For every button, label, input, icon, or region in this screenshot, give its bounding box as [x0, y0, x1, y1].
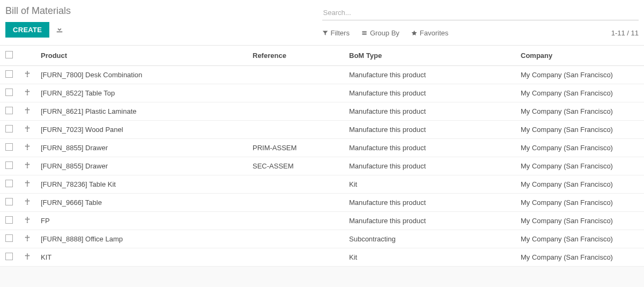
- download-icon[interactable]: [56, 25, 63, 34]
- filters-label: Filters: [331, 29, 350, 37]
- cell-company: My Company (San Francisco): [516, 248, 644, 267]
- cell-reference: PRIM-ASSEM: [248, 139, 345, 157]
- drag-handle-icon[interactable]: [24, 126, 31, 132]
- cell-bomtype: Manufacture this product: [345, 139, 516, 157]
- row-checkbox[interactable]: [5, 234, 13, 242]
- table-row[interactable]: FPManufacture this productMy Company (Sa…: [0, 212, 644, 230]
- table-row[interactable]: [FURN_8855] DrawerSEC-ASSEMManufacture t…: [0, 157, 644, 175]
- col-company[interactable]: Company: [516, 46, 644, 66]
- drag-handle-icon[interactable]: [24, 253, 31, 260]
- favorites-button[interactable]: Favorites: [411, 29, 448, 37]
- drag-handle-icon[interactable]: [24, 107, 31, 114]
- cell-company: My Company (San Francisco): [516, 194, 644, 212]
- pager[interactable]: 1-11 / 11: [611, 29, 639, 37]
- cell-company: My Company (San Francisco): [516, 175, 644, 194]
- row-checkbox[interactable]: [5, 253, 13, 260]
- table-row[interactable]: KITKitMy Company (San Francisco): [0, 248, 644, 267]
- cell-product: KIT: [36, 248, 248, 267]
- drag-handle-icon[interactable]: [24, 71, 31, 77]
- cell-bomtype: Manufacture this product: [345, 212, 516, 230]
- cell-product: [FURN_9666] Table: [36, 194, 248, 212]
- cell-reference: [248, 248, 345, 267]
- row-checkbox[interactable]: [5, 125, 13, 133]
- cell-product: FP: [36, 212, 248, 230]
- cell-company: My Company (San Francisco): [516, 139, 644, 157]
- cell-reference: [248, 102, 345, 121]
- drag-handle-icon[interactable]: [24, 180, 31, 187]
- drag-handle-icon[interactable]: [24, 235, 31, 241]
- cell-company: My Company (San Francisco): [516, 66, 644, 84]
- row-checkbox[interactable]: [5, 143, 13, 151]
- row-checkbox[interactable]: [5, 161, 13, 169]
- cell-company: My Company (San Francisco): [516, 157, 644, 175]
- cell-reference: SEC-ASSEM: [248, 157, 345, 175]
- cell-bomtype: Manufacture this product: [345, 66, 516, 84]
- row-checkbox[interactable]: [5, 198, 13, 205]
- row-checkbox[interactable]: [5, 107, 13, 114]
- row-checkbox[interactable]: [5, 216, 13, 224]
- cell-reference: [248, 84, 345, 102]
- row-checkbox[interactable]: [5, 89, 13, 96]
- cell-product: [FURN_78236] Table Kit: [36, 175, 248, 194]
- cell-bomtype: Manufacture this product: [345, 84, 516, 102]
- create-button[interactable]: CREATE: [5, 22, 49, 38]
- cell-product: [FURN_8855] Drawer: [36, 139, 248, 157]
- col-product[interactable]: Product: [36, 46, 248, 66]
- cell-bomtype: Kit: [345, 248, 516, 267]
- cell-product: [FURN_8888] Office Lamp: [36, 230, 248, 248]
- bom-table: Product Reference BoM Type Company [FURN…: [0, 46, 644, 267]
- cell-reference: [248, 121, 345, 139]
- table-row[interactable]: [FURN_8621] Plastic LaminateManufacture …: [0, 102, 644, 121]
- cell-bomtype: Manufacture this product: [345, 121, 516, 139]
- cell-company: My Company (San Francisco): [516, 102, 644, 121]
- groupby-label: Group By: [370, 29, 399, 37]
- table-row[interactable]: [FURN_7800] Desk CombinationManufacture …: [0, 66, 644, 84]
- cell-bomtype: Manufacture this product: [345, 194, 516, 212]
- cell-reference: [248, 66, 345, 84]
- search-input[interactable]: [322, 5, 639, 20]
- page-title: Bill of Materials: [5, 5, 322, 17]
- table-row[interactable]: [FURN_78236] Table KitKitMy Company (San…: [0, 175, 644, 194]
- drag-handle-icon[interactable]: [24, 144, 31, 150]
- cell-reference: [248, 194, 345, 212]
- cell-company: My Company (San Francisco): [516, 230, 644, 248]
- cell-company: My Company (San Francisco): [516, 212, 644, 230]
- cell-product: [FURN_7800] Desk Combination: [36, 66, 248, 84]
- col-bomtype[interactable]: BoM Type: [345, 46, 516, 66]
- table-row[interactable]: [FURN_9666] TableManufacture this produc…: [0, 194, 644, 212]
- cell-reference: [248, 230, 345, 248]
- cell-company: My Company (San Francisco): [516, 84, 644, 102]
- cell-bomtype: Kit: [345, 175, 516, 194]
- row-checkbox[interactable]: [5, 180, 13, 187]
- groupby-button[interactable]: Group By: [361, 29, 399, 37]
- cell-bomtype: Manufacture this product: [345, 102, 516, 121]
- cell-bomtype: Subcontracting: [345, 230, 516, 248]
- table-row[interactable]: [FURN_8888] Office LampSubcontractingMy …: [0, 230, 644, 248]
- filters-button[interactable]: Filters: [322, 29, 350, 37]
- col-reference[interactable]: Reference: [248, 46, 345, 66]
- table-row[interactable]: [FURN_8522] Table TopManufacture this pr…: [0, 84, 644, 102]
- cell-reference: [248, 212, 345, 230]
- cell-product: [FURN_8621] Plastic Laminate: [36, 102, 248, 121]
- cell-product: [FURN_8855] Drawer: [36, 157, 248, 175]
- favorites-label: Favorites: [420, 29, 448, 37]
- footer-spacer: [0, 267, 644, 287]
- cell-company: My Company (San Francisco): [516, 121, 644, 139]
- row-checkbox[interactable]: [5, 70, 13, 78]
- drag-handle-icon[interactable]: [24, 89, 31, 95]
- cell-product: [FURN_8522] Table Top: [36, 84, 248, 102]
- cell-product: [FURN_7023] Wood Panel: [36, 121, 248, 139]
- table-row[interactable]: [FURN_8855] DrawerPRIM-ASSEMManufacture …: [0, 139, 644, 157]
- drag-handle-icon[interactable]: [24, 198, 31, 205]
- select-all-checkbox[interactable]: [5, 51, 13, 58]
- cell-reference: [248, 175, 345, 194]
- drag-handle-icon[interactable]: [24, 162, 31, 168]
- drag-handle-icon[interactable]: [24, 217, 31, 223]
- table-row[interactable]: [FURN_7023] Wood PanelManufacture this p…: [0, 121, 644, 139]
- cell-bomtype: Manufacture this product: [345, 157, 516, 175]
